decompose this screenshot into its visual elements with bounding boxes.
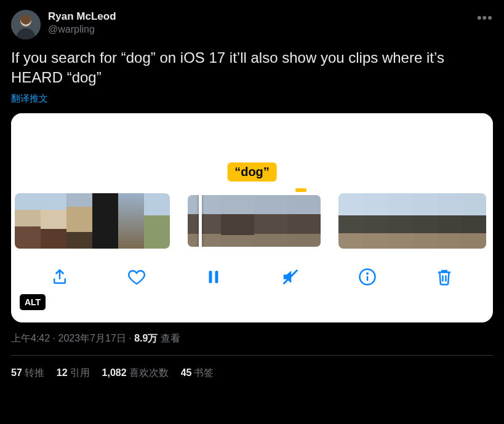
info-icon[interactable] xyxy=(355,265,380,289)
mute-icon[interactable] xyxy=(278,265,303,289)
heart-icon[interactable] xyxy=(124,265,149,289)
likes[interactable]: 1,082喜欢次数 xyxy=(102,367,169,380)
share-icon[interactable] xyxy=(47,265,72,289)
video-timeline[interactable] xyxy=(11,175,493,255)
user-info: Ryan McLeod @warpling xyxy=(48,10,116,36)
search-term-label: “dog” xyxy=(227,162,277,182)
playhead[interactable] xyxy=(199,193,202,249)
more-icon[interactable]: ••• xyxy=(477,10,493,26)
alt-badge[interactable]: ALT xyxy=(20,294,46,310)
tweet-date[interactable]: 2023年7月17日 xyxy=(58,333,126,343)
svg-rect-3 xyxy=(215,271,218,283)
svg-rect-2 xyxy=(209,271,212,283)
handle[interactable]: @warpling xyxy=(48,23,116,36)
playhead-marker xyxy=(295,188,306,192)
tweet-meta: 上午4:42 · 2023年7月17日 · 8.9万 查看 xyxy=(11,332,493,345)
pause-icon[interactable] xyxy=(201,265,226,289)
clip-thumbnail[interactable] xyxy=(15,193,170,249)
media-card[interactable]: “dog” xyxy=(11,113,493,322)
trash-icon[interactable] xyxy=(432,265,457,289)
translate-link[interactable]: 翻译推文 xyxy=(11,93,493,105)
retweets[interactable]: 57转推 xyxy=(11,367,44,380)
bookmarks[interactable]: 45书签 xyxy=(181,367,214,380)
svg-point-7 xyxy=(367,273,368,274)
views-label: 查看 xyxy=(158,333,180,343)
tweet-stats: 57转推 12引用 1,082喜欢次数 45书签 xyxy=(11,356,493,380)
media-upper: “dog” xyxy=(11,113,493,175)
avatar[interactable] xyxy=(11,10,41,39)
display-name[interactable]: Ryan McLeod xyxy=(48,10,116,23)
clip-thumbnail[interactable] xyxy=(338,193,486,249)
tweet-time[interactable]: 上午4:42 xyxy=(11,333,50,343)
tweet-body: If you search for “dog” on iOS 17 it’ll … xyxy=(11,48,493,88)
views-count[interactable]: 8.9万 xyxy=(134,333,158,343)
tweet-header: Ryan McLeod @warpling ••• xyxy=(11,10,493,39)
media-toolbar xyxy=(11,255,493,299)
clip-thumbnail-active[interactable] xyxy=(186,193,322,249)
quotes[interactable]: 12引用 xyxy=(57,367,90,380)
tweet-container: Ryan McLeod @warpling ••• If you search … xyxy=(0,0,504,380)
